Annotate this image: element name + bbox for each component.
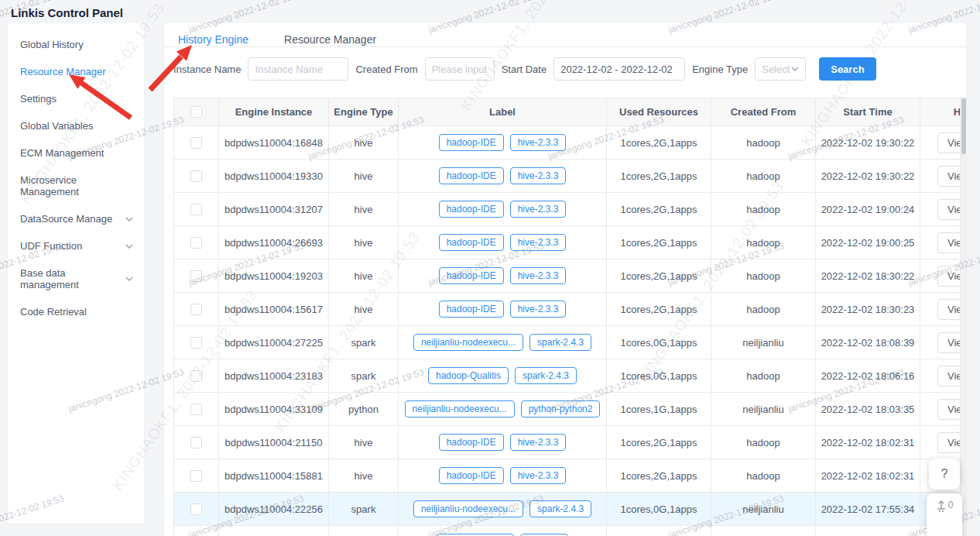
start-time-cell: 2022-12-02 19:30:22 bbox=[816, 126, 920, 160]
label-cell: hadoop-IDEhive-2.3.3 bbox=[399, 293, 607, 326]
row-select-cell bbox=[174, 493, 219, 526]
label-tag[interactable]: hadoop-IDE bbox=[439, 467, 504, 484]
created-from-cell: hadoop bbox=[711, 193, 816, 226]
sidebar-item-label: Base data management bbox=[20, 267, 125, 290]
table-body: bdpdws110004:16848hivehadoop-IDEhive-2.3… bbox=[174, 126, 966, 536]
label-tag[interactable]: hive-2.3.3 bbox=[510, 301, 567, 318]
sidebar-item-global-history[interactable]: Global History bbox=[8, 31, 144, 58]
label-cell: hadoop-IDEhive-2.3.3 bbox=[399, 459, 607, 493]
table-scrollbar[interactable] bbox=[960, 97, 966, 536]
chevron-down-icon bbox=[791, 65, 799, 73]
created-from-cell: hadoop bbox=[711, 126, 816, 160]
label-tag[interactable]: spark-2.4.3 bbox=[529, 334, 591, 351]
sidebar-item-ecm-management[interactable]: ECM Management bbox=[8, 139, 144, 167]
row-select-cell bbox=[174, 126, 219, 160]
label-tag[interactable]: hive-2.3.3 bbox=[510, 267, 567, 284]
label-tag[interactable]: neiljianliu-nodeexecu... bbox=[405, 400, 515, 417]
used-resources-cell: 1cores,2G,1apps bbox=[607, 226, 711, 259]
used-resources-cell: 1cores,2G,1apps bbox=[607, 459, 711, 493]
row-select-cell bbox=[174, 393, 219, 426]
row-checkbox[interactable] bbox=[190, 170, 202, 182]
row-checkbox[interactable] bbox=[190, 137, 202, 149]
sidebar-nav: Global HistoryResource ManagerSettingsGl… bbox=[8, 31, 144, 325]
row-checkbox[interactable] bbox=[190, 304, 202, 315]
label-cell: hadoop-IDEhive-2.3.3 bbox=[399, 160, 607, 193]
row-select-cell bbox=[174, 259, 219, 293]
widget-button[interactable]: 0 bbox=[927, 493, 962, 536]
row-checkbox[interactable] bbox=[190, 437, 202, 448]
engine-instance-cell: bdpdws110004:19203 bbox=[219, 259, 329, 293]
row-checkbox[interactable] bbox=[190, 270, 202, 282]
anchor-icon bbox=[936, 500, 947, 512]
table-row: bdpdws110004:33109pythonneiljianliu-node… bbox=[174, 393, 966, 426]
label-tag[interactable]: hadoop-IDE bbox=[439, 167, 504, 184]
table-scrollbar-thumb[interactable] bbox=[961, 98, 966, 154]
label-tag[interactable] bbox=[437, 534, 514, 536]
row-checkbox[interactable] bbox=[190, 404, 202, 415]
created-from-input[interactable] bbox=[425, 57, 495, 81]
label-tag[interactable]: neiljianliu-nodeexecu... bbox=[413, 500, 523, 517]
row-checkbox[interactable] bbox=[190, 370, 202, 382]
sidebar-item-global-variables[interactable]: Global Variables bbox=[8, 112, 144, 139]
label-tag[interactable]: python-python2 bbox=[521, 400, 601, 417]
engine-type-cell: hive bbox=[329, 193, 399, 226]
start-time-cell: 2022-12-02 18:02:31 bbox=[816, 459, 920, 493]
label-tag[interactable]: hadoop-IDE bbox=[439, 434, 504, 451]
sidebar-item-resource-manager[interactable]: Resource Manager bbox=[8, 58, 144, 85]
label-tag[interactable]: hive-2.3.3 bbox=[510, 467, 567, 484]
sidebar-item-base-data-management[interactable]: Base data management bbox=[8, 259, 144, 298]
help-button[interactable]: ? bbox=[929, 459, 960, 490]
tab-history-engine[interactable]: History Engine bbox=[178, 33, 248, 46]
label-tag[interactable]: hadoop-Qualitis bbox=[428, 367, 509, 384]
label-tag[interactable]: hadoop-IDE bbox=[439, 267, 504, 284]
row-checkbox[interactable] bbox=[190, 470, 202, 482]
sidebar-item-udf-function[interactable]: UDF Function bbox=[8, 232, 144, 259]
label-tag[interactable]: hive-2.3.3 bbox=[510, 234, 567, 251]
label-tag[interactable]: spark-2.4.3 bbox=[515, 367, 577, 384]
sidebar-item-label: DataSource Manage bbox=[20, 213, 112, 225]
engine-instance-cell: bdpdws110004:22256 bbox=[219, 493, 329, 526]
sidebar-item-code-retrieval[interactable]: Code Retrieval bbox=[8, 298, 144, 325]
tab-resource-manager[interactable]: Resource Manager bbox=[284, 33, 376, 46]
label-tag[interactable]: hive-2.3.3 bbox=[510, 201, 567, 218]
chevron-down-icon bbox=[125, 242, 133, 250]
search-button[interactable]: Search bbox=[819, 57, 875, 81]
sidebar-item-microservice-management[interactable]: Microservice Management bbox=[8, 167, 144, 205]
label-tag[interactable]: hive-2.3.3 bbox=[510, 434, 567, 451]
sidebar-item-label: Resource Manager bbox=[20, 66, 106, 77]
start-date-label: Start Date bbox=[502, 64, 547, 75]
sidebar-item-datasource-manage[interactable]: DataSource Manage bbox=[8, 205, 144, 232]
select-all-checkbox[interactable] bbox=[190, 106, 202, 118]
row-checkbox[interactable] bbox=[190, 237, 202, 249]
label-tag[interactable]: neiljianliu-nodeexecu... bbox=[413, 334, 523, 351]
engine-type-cell: hive bbox=[329, 226, 399, 259]
sidebar-item-settings[interactable]: Settings bbox=[8, 85, 144, 112]
column-header-created-from: Created From bbox=[711, 98, 816, 126]
chevron-down-icon bbox=[125, 275, 133, 283]
start-time-cell bbox=[816, 526, 920, 536]
engine-type-cell: hive bbox=[329, 126, 399, 160]
used-resources-cell: 1cores,2G,1apps bbox=[607, 160, 711, 193]
label-tag[interactable] bbox=[520, 534, 568, 536]
table-row: bdpdws110004:16848hivehadoop-IDEhive-2.3… bbox=[174, 126, 966, 160]
table-row: bdpdws110004:27225sparkneiljianliu-nodee… bbox=[174, 326, 966, 359]
start-date-input[interactable] bbox=[553, 57, 685, 81]
label-tag[interactable]: hadoop-IDE bbox=[439, 234, 504, 251]
row-checkbox[interactable] bbox=[190, 503, 202, 515]
label-tag[interactable]: hadoop-IDE bbox=[439, 134, 504, 151]
row-checkbox[interactable] bbox=[190, 337, 202, 349]
engine-type-select-value: Select bbox=[762, 64, 790, 75]
label-tag[interactable]: hadoop-IDE bbox=[439, 301, 504, 318]
engine-type-select[interactable]: Select bbox=[755, 57, 806, 81]
label-tag[interactable]: hive-2.3.3 bbox=[510, 134, 567, 151]
label-tag[interactable]: hadoop-IDE bbox=[439, 201, 504, 218]
help-button-label: ? bbox=[941, 467, 948, 481]
row-checkbox[interactable] bbox=[190, 204, 202, 215]
instance-name-input[interactable] bbox=[248, 57, 348, 81]
table-row: bdpdws110004:19203hivehadoop-IDEhive-2.3… bbox=[174, 259, 966, 293]
label-tag[interactable]: hive-2.3.3 bbox=[510, 167, 567, 184]
label-tag[interactable]: spark-2.4.3 bbox=[529, 500, 591, 517]
sidebar-item-label: UDF Function bbox=[20, 240, 82, 252]
created-from-cell: hadoop bbox=[711, 226, 816, 259]
label-cell: neiljianliu-nodeexecu...spark-2.4.3 bbox=[399, 493, 607, 526]
